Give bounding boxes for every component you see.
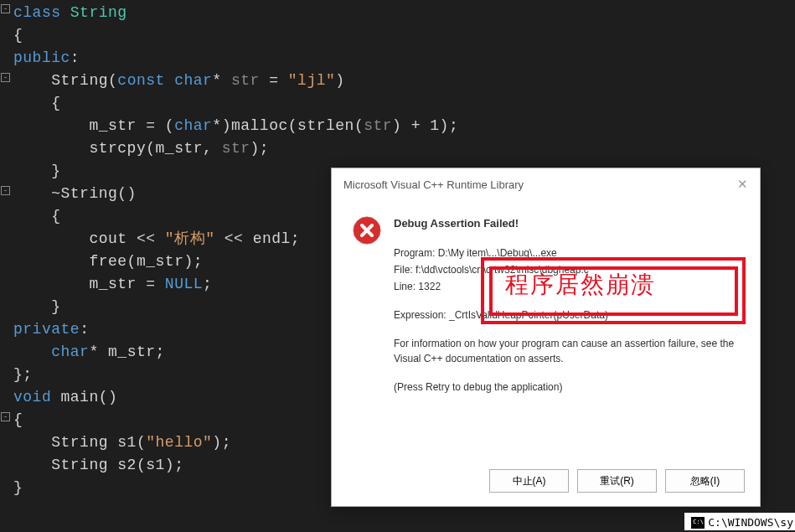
code-token: "hello" xyxy=(146,434,212,451)
code-token: ); xyxy=(212,434,231,451)
runtime-error-dialog: Microsoft Visual C++ Runtime Library ✕ D… xyxy=(331,168,761,507)
code-token: }; xyxy=(13,366,33,383)
fold-marker[interactable]: - xyxy=(1,73,10,82)
code-token: String s1( xyxy=(13,434,146,451)
code-token: ; xyxy=(203,276,212,292)
code-token: ); xyxy=(250,140,270,157)
code-token: *)malloc(strlen( xyxy=(212,117,364,134)
code-token: char xyxy=(174,117,212,134)
dialog-retry-hint: (Press Retry to debug the application) xyxy=(394,380,740,395)
code-token: String s2(s1); xyxy=(13,457,183,473)
fold-gutter: - - - - xyxy=(0,0,12,532)
code-token: cout << xyxy=(13,230,165,247)
code-token: free(m_str); xyxy=(13,253,203,270)
dialog-titlebar: Microsoft Visual C++ Runtime Library ✕ xyxy=(332,168,760,200)
code-token: strcpy(m_str, xyxy=(13,140,222,157)
code-token: } xyxy=(13,163,61,179)
retry-button[interactable]: 重试(R) xyxy=(577,469,657,493)
code-token: : xyxy=(70,49,80,66)
code-token: m_str = ( xyxy=(13,117,174,134)
code-token: "ljl" xyxy=(288,72,336,89)
taskbar-text: C:\WINDOWS\sy xyxy=(708,516,793,529)
fold-marker[interactable]: - xyxy=(1,186,10,195)
code-token: m_str = xyxy=(13,276,165,292)
dialog-program: Program: D:\My item\...\Debug\...exe xyxy=(394,245,740,261)
code-token: } xyxy=(13,479,23,496)
code-token: = xyxy=(260,72,288,89)
dialog-heading: Debug Assertion Failed! xyxy=(394,215,740,232)
fold-marker[interactable]: - xyxy=(1,4,10,13)
dialog-title-text: Microsoft Visual C++ Runtime Library xyxy=(343,178,524,191)
code-token: class xyxy=(13,4,61,21)
code-token: String( xyxy=(13,72,117,89)
code-token: << endl; xyxy=(214,230,300,247)
code-token: NULL xyxy=(165,276,203,292)
dialog-button-row: 中止(A) 重试(R) 忽略(I) xyxy=(489,469,745,493)
fold-marker[interactable]: - xyxy=(1,412,10,421)
code-token: ) xyxy=(335,72,344,89)
abort-button[interactable]: 中止(A) xyxy=(489,469,569,493)
code-token: public xyxy=(13,49,70,66)
code-token: * xyxy=(212,72,231,89)
code-token: char xyxy=(165,72,213,89)
code-token: str xyxy=(364,117,392,134)
code-token: ~String() xyxy=(13,185,137,202)
code-token: String xyxy=(61,4,127,21)
code-token: char xyxy=(13,343,89,360)
error-icon xyxy=(352,215,382,245)
dialog-body: Debug Assertion Failed! Program: D:\My i… xyxy=(332,200,760,408)
dialog-expression: Expression: _CrtIsValidHeapPointer(pUser… xyxy=(394,307,740,323)
code-token: str xyxy=(231,72,260,89)
dialog-info: For information on how your program can … xyxy=(394,336,740,366)
close-icon[interactable]: ✕ xyxy=(737,177,748,192)
code-token: : xyxy=(80,321,89,338)
taskbar-fragment[interactable]: C:\WINDOWS\sy xyxy=(684,513,795,530)
code-token: * m_str; xyxy=(89,343,164,360)
code-token: private xyxy=(13,321,80,338)
ignore-button[interactable]: 忽略(I) xyxy=(665,469,745,493)
code-token: str xyxy=(222,140,250,157)
console-icon xyxy=(691,517,705,529)
code-token: ) + 1); xyxy=(392,117,458,134)
code-token: { xyxy=(13,411,23,428)
code-token: "析构" xyxy=(165,230,215,247)
code-token: main() xyxy=(51,389,117,405)
code-token: void xyxy=(13,389,51,405)
code-token: { xyxy=(13,208,61,225)
annotation-text: 程序居然崩溃 xyxy=(505,269,656,301)
code-token: { xyxy=(13,95,61,111)
code-token: const xyxy=(117,72,165,89)
code-token: } xyxy=(13,298,61,315)
code-token: { xyxy=(13,27,23,44)
